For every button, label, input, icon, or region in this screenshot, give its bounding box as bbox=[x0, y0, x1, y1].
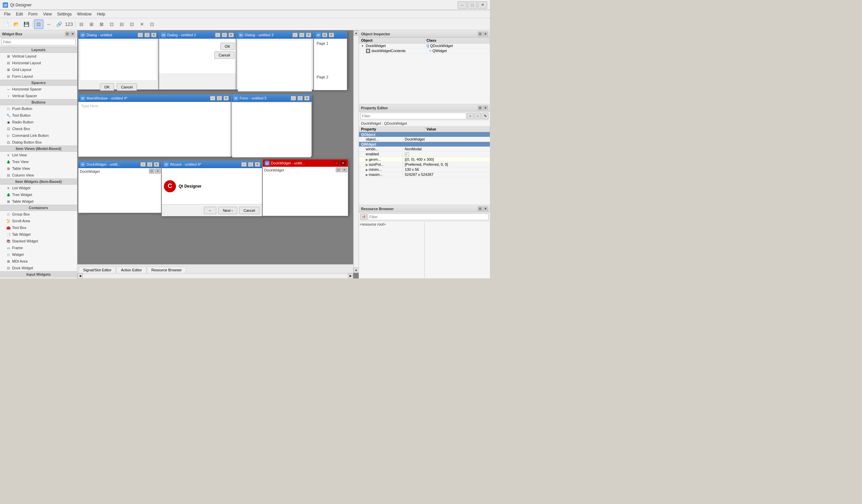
widget-dock-widget[interactable]: ⊡Dock Widget bbox=[0, 265, 77, 271]
widget-vertical-layout[interactable]: ⊞Vertical Layout bbox=[0, 53, 77, 59]
dialog-3-minimize[interactable]: − bbox=[292, 32, 298, 37]
tab-resource-browser[interactable]: Resource Browser bbox=[147, 267, 186, 273]
wizard-next-button[interactable]: Next › bbox=[218, 207, 237, 214]
form-5-maximize[interactable]: □ bbox=[298, 96, 303, 101]
tb-layout-vsp[interactable]: ⊡ bbox=[107, 19, 116, 29]
dialog-1-maximize[interactable]: □ bbox=[144, 32, 150, 37]
widget-horizontal-layout[interactable]: ⊟Horizontal Layout bbox=[0, 59, 77, 66]
tb-signal-slot[interactable]: ↔ bbox=[44, 19, 53, 29]
widget-tool-box[interactable]: 🧰Tool Box bbox=[0, 224, 77, 231]
oi-row-dockwidgetcontents[interactable]: 🔲 dockWidgetContents ✎ QWidget bbox=[359, 49, 490, 54]
widget-box-close[interactable]: ✕ bbox=[70, 31, 75, 36]
widget-list-view[interactable]: ≡List View bbox=[0, 151, 77, 158]
rb-filter-input[interactable] bbox=[368, 213, 488, 220]
scroll-left-btn[interactable]: ◀ bbox=[77, 273, 83, 279]
tb-break-layout[interactable]: ✕ bbox=[137, 19, 147, 29]
widget-stacked-widget[interactable]: 📚Stacked Widget bbox=[0, 238, 77, 244]
enabled-checkbox[interactable]: ✓ bbox=[405, 152, 409, 156]
widget-tree-view[interactable]: 🌲Tree View bbox=[0, 158, 77, 165]
dock-1-inner-float[interactable]: ⊡ bbox=[149, 169, 154, 173]
menu-form[interactable]: Form bbox=[26, 11, 40, 17]
dock-2-close[interactable]: ✕ bbox=[340, 161, 346, 165]
tb-layout-h[interactable]: ⊟ bbox=[77, 19, 86, 29]
oi-float[interactable]: ⊡ bbox=[478, 31, 482, 36]
tb-open[interactable]: 📂 bbox=[11, 19, 21, 29]
dialog-2-ok-button[interactable]: OK bbox=[220, 43, 235, 50]
form-5-close[interactable]: ✕ bbox=[304, 96, 310, 101]
pe-float[interactable]: ⊡ bbox=[478, 106, 482, 110]
tab-action-editor[interactable]: Action Editor bbox=[116, 267, 146, 273]
dialog-1-close[interactable]: ✕ bbox=[151, 32, 156, 37]
widget-widget[interactable]: □Widget bbox=[0, 251, 77, 258]
widget-vertical-spacer[interactable]: ↕Vertical Spacer bbox=[0, 92, 77, 99]
mainwindow-close[interactable]: ✕ bbox=[223, 96, 229, 101]
pe-row-objectname[interactable]: object... DockWidget bbox=[359, 137, 490, 142]
menu-window[interactable]: Window bbox=[74, 11, 94, 17]
widget-table-view[interactable]: ⊞Table View bbox=[0, 165, 77, 172]
pe-row-geometry[interactable]: ▶geom... [(0, 0), 400 x 300] bbox=[359, 157, 490, 162]
dialog-1-ok-button[interactable]: OK bbox=[100, 83, 114, 91]
pe-row-enabled[interactable]: enabled ✓ bbox=[359, 151, 490, 157]
maximize-button[interactable]: □ bbox=[468, 1, 477, 9]
widget-radio-button[interactable]: ◉Radio Button bbox=[0, 119, 77, 125]
tb-adjust[interactable]: ⊡ bbox=[147, 19, 157, 29]
mainwindow-minimize[interactable]: − bbox=[210, 96, 216, 101]
pe-add-btn[interactable]: + bbox=[467, 112, 474, 119]
pe-row-windowmodality[interactable]: windo... NonModal bbox=[359, 147, 490, 151]
widget-box-float[interactable]: ⊡ bbox=[65, 31, 70, 36]
tb-layout-grid[interactable]: ⊟ bbox=[117, 19, 127, 29]
tab-signal-slot-editor[interactable]: Signal/Slot Editor bbox=[79, 267, 116, 273]
dock-1-inner-close[interactable]: ✕ bbox=[155, 169, 160, 173]
pe-remove-btn[interactable]: − bbox=[474, 112, 481, 119]
dialog-1-cancel-button[interactable]: Cancel bbox=[117, 83, 137, 91]
widget-frame[interactable]: ▭Frame bbox=[0, 244, 77, 251]
widget-dialog-button-box[interactable]: ⊡Dialog Button Box bbox=[0, 139, 77, 146]
widget-horizontal-spacer[interactable]: ↔Horizontal Spacer bbox=[0, 86, 77, 92]
mainwindow-maximize[interactable]: □ bbox=[217, 96, 222, 101]
tb-save[interactable]: 💾 bbox=[22, 19, 31, 29]
dock-2-minimize[interactable]: − bbox=[334, 161, 339, 165]
wizard-cancel-button[interactable]: Cancel bbox=[239, 207, 259, 214]
dock-2-inner-close[interactable]: ✕ bbox=[342, 168, 347, 172]
tb-buddy[interactable]: 🔗 bbox=[54, 19, 64, 29]
widget-group-box[interactable]: □Group Box bbox=[0, 211, 77, 217]
tb-layout-hsp[interactable]: ⊠ bbox=[97, 19, 106, 29]
rb-close[interactable]: ✕ bbox=[483, 207, 488, 211]
widget-mdi-area[interactable]: ⊞MDI Area bbox=[0, 258, 77, 265]
dialog-4-float[interactable]: ⊡ bbox=[322, 32, 327, 37]
dialog-1-minimize[interactable]: − bbox=[138, 32, 143, 37]
menu-file[interactable]: File bbox=[1, 11, 13, 17]
central-scrollbar-h[interactable]: ◀ ▶ bbox=[77, 273, 353, 278]
form-5-minimize[interactable]: − bbox=[291, 96, 296, 101]
scroll-up-btn[interactable]: ▲ bbox=[354, 30, 359, 36]
central-scrollbar-v[interactable]: ▲ ▼ bbox=[353, 30, 359, 273]
widget-scroll-area[interactable]: 📜Scroll Area bbox=[0, 217, 77, 224]
menu-help[interactable]: Help bbox=[94, 11, 108, 17]
widget-tool-button[interactable]: 🔧Tool Button bbox=[0, 112, 77, 119]
dock-1-minimize[interactable]: − bbox=[140, 162, 146, 167]
wizard-back-button[interactable]: ← bbox=[204, 207, 216, 214]
oi-close[interactable]: ✕ bbox=[483, 31, 488, 36]
pe-row-maximumsize[interactable]: ▶maxim... 524287 x 524287 bbox=[359, 172, 490, 177]
widget-column-view[interactable]: ⊟Column View bbox=[0, 172, 77, 178]
dialog-2-minimize[interactable]: − bbox=[215, 32, 220, 37]
widget-grid-layout[interactable]: ⊞Grid Layout bbox=[0, 66, 77, 73]
tb-tab-order[interactable]: 123 bbox=[64, 19, 74, 29]
pe-row-sizepolicy[interactable]: ▶sizePol... [Preferred, Preferred, 0, 0] bbox=[359, 162, 490, 167]
tb-layout-form[interactable]: ⊡ bbox=[127, 19, 136, 29]
widget-push-button[interactable]: □Push Button bbox=[0, 105, 77, 112]
widget-box-filter-input[interactable] bbox=[1, 39, 76, 45]
widget-check-box[interactable]: ☑Check Box bbox=[0, 125, 77, 132]
rb-root-item[interactable]: <resource root> bbox=[360, 222, 423, 226]
scroll-right-btn[interactable]: ▶ bbox=[348, 273, 353, 279]
widget-list-widget[interactable]: ≡List Widget bbox=[0, 185, 77, 191]
pe-row-minimumsize[interactable]: ▶minim... 130 x 56 bbox=[359, 167, 490, 172]
dialog-2-cancel-button[interactable]: Cancel bbox=[214, 51, 235, 59]
wizard-maximize[interactable]: □ bbox=[248, 162, 253, 167]
menu-view[interactable]: View bbox=[40, 11, 54, 17]
scroll-down-btn[interactable]: ▼ bbox=[354, 268, 359, 273]
dock-1-maximize[interactable]: □ bbox=[147, 162, 153, 167]
widget-form-layout[interactable]: ⊟Form Layout bbox=[0, 73, 77, 80]
oi-row-dockwidget[interactable]: ▼ DockWidget Q QDockWidget bbox=[359, 43, 490, 49]
widget-tree-widget[interactable]: 🌲Tree Widget bbox=[0, 191, 77, 198]
